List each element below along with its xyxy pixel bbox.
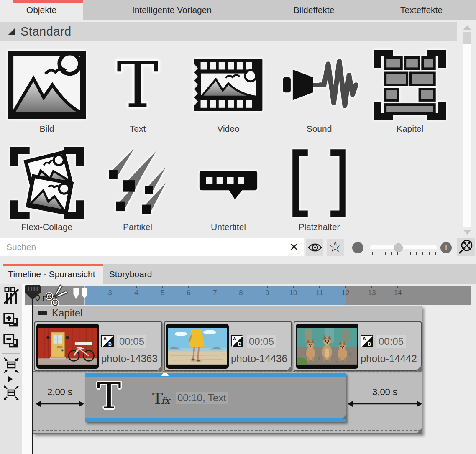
object-item-kapitel[interactable]: Kapitel [368,47,452,134]
timeline-clip[interactable]: A B 00:05 photo-14363 [34,321,162,371]
section-standard-header[interactable]: Standard [0,22,457,41]
object-item-partikel[interactable]: Partikel [96,145,179,232]
tab-objekte-label: Objekte [26,5,56,15]
collapse-tracks-icon[interactable] [3,356,20,376]
clip-fold-corner [287,365,292,371]
expand-tracks-icon[interactable] [3,384,20,404]
clip-name: photo-14442 [361,353,421,365]
ruler-tick [188,286,189,288]
tab-texteffekte[interactable]: Texteffekte [367,0,476,20]
section-collapse-icon [8,28,15,35]
ruler-number: 9 [262,289,272,297]
ruler-number: 12 [340,289,351,297]
tab-storyboard[interactable]: Storyboard [103,264,158,284]
ruler-number: 6 [184,289,194,297]
chapter-icon [368,47,452,123]
zoom-fit-button[interactable] [457,238,475,256]
ruler-number: 13 [367,289,377,297]
timeline-vertical-scroll-track[interactable] [22,284,33,454]
object-item-label: Platzhalter [277,222,361,232]
object-item-untertitel[interactable]: Untertitel [187,145,270,232]
ruler-tick [397,286,398,288]
svg-text:B: B [108,342,112,347]
ruler-tick [319,286,320,288]
lead-out-resize-arrow[interactable] [347,399,422,408]
playhead-handle[interactable] [25,285,41,302]
timeline-tab-bar: Timeline - Spuransicht Storyboard [0,264,476,284]
clip-fold-corner [342,414,347,419]
object-item-sound[interactable]: Sound [277,47,361,134]
collapse-chapter-button[interactable] [38,311,47,315]
particle-icon [96,145,179,221]
slider-tick [391,252,392,255]
tab-intelligente-vorlagen[interactable]: Intelligente Vorlagen [83,0,261,20]
keyframe-notch[interactable] [161,373,169,376]
transition-ab-icon[interactable]: A B [361,335,373,347]
scrollbar-thumb[interactable] [463,32,471,44]
track-options-icon[interactable] [3,287,20,307]
clip-name: photo-14363 [101,353,161,365]
timeline-clip[interactable]: A B 00:05 photo-14436 [164,321,292,371]
object-item-bild[interactable]: Bild [5,47,89,134]
text-object-selected[interactable]: T Tfx 00:10, Text [85,373,346,422]
clip-thumbnail [166,324,229,369]
text-icon: T [96,47,179,123]
ruler-tick [241,286,241,288]
lead-in-resize-arrow[interactable] [35,399,84,408]
insert-position-marker-icon[interactable] [73,288,89,302]
svg-text:A: A [103,336,107,341]
zoom-out-button[interactable]: − [352,242,363,253]
zoom-in-button[interactable]: + [440,242,452,253]
clip-fold-corner [157,365,162,371]
object-tab-bar: Objekte Intelligente Vorlagen Bildeffekt… [0,0,476,20]
tab-objekte[interactable]: Objekte [0,0,83,20]
expander-arrow-icon[interactable] [8,376,13,382]
timeline-toolbar [0,284,22,454]
svg-text:A: A [363,336,366,341]
thumbnail-beach-yellow-dress [168,327,227,365]
ruler-number: 11 [315,289,325,297]
lead-out-duration-label: 3,00 s [348,387,422,398]
thumbnail-size-slider-handle[interactable] [394,243,403,252]
chapter-fold-corner [416,428,422,434]
object-item-label: Flexi-Collage [5,222,89,232]
remove-object-icon[interactable] [3,333,19,352]
tab-timeline-spuransicht[interactable]: Timeline - Spuransicht [0,264,103,284]
timeline-clip[interactable]: A B 00:05 photo-14442 [294,321,422,371]
clear-search-icon[interactable]: ✕ [289,241,299,254]
slider-tick [379,252,379,255]
transition-ab-icon[interactable]: A B [101,335,114,347]
ruler-tick [215,286,215,288]
favorites-button[interactable]: ☆ [327,239,344,256]
minus-icon: − [355,242,361,252]
scroll-up-arrow[interactable] [463,25,471,30]
toolbar-divider [2,307,20,307]
tab-bildeffekte[interactable]: Bildeffekte [261,0,367,20]
preview-visibility-button[interactable] [306,239,323,256]
playhead-line[interactable] [32,298,33,454]
object-item-flexi-collage[interactable]: Flexi-Collage [5,145,89,232]
thumbnail-three-puppies [297,327,357,365]
section-title: Standard [20,25,72,38]
timeline-ruler[interactable]: 3 4 5 6 7 8 9 10 11 12 13 14 [25,286,471,305]
clip-duration: 00:05 [376,335,406,348]
thumbnail-size-slider-track[interactable] [370,245,437,249]
object-item-platzhalter[interactable]: Platzhalter [277,145,361,232]
add-object-icon[interactable] [3,312,19,331]
lead-in-duration-label: 2,00 s [36,387,84,398]
ruler-number: 8 [236,289,246,297]
object-item-video[interactable]: Video [187,47,270,134]
tab-bildeffekte-label: Bildeffekte [294,5,335,15]
ruler-tick [267,286,268,288]
track-divider-dashed [33,371,421,372]
transition-ab-icon[interactable]: A B [231,335,243,347]
scroll-down-arrow[interactable] [463,230,471,235]
scrollbar-track[interactable] [463,32,471,227]
zoom-fit-icon [458,239,474,255]
search-input[interactable] [0,238,304,256]
app-window: Objekte Intelligente Vorlagen Bildeffekt… [0,0,476,454]
svg-text:B: B [368,342,371,347]
split-scissors-icon[interactable] [46,284,68,308]
chapter-track: Kapitel [33,306,422,434]
object-item-text[interactable]: T Text [96,47,179,134]
